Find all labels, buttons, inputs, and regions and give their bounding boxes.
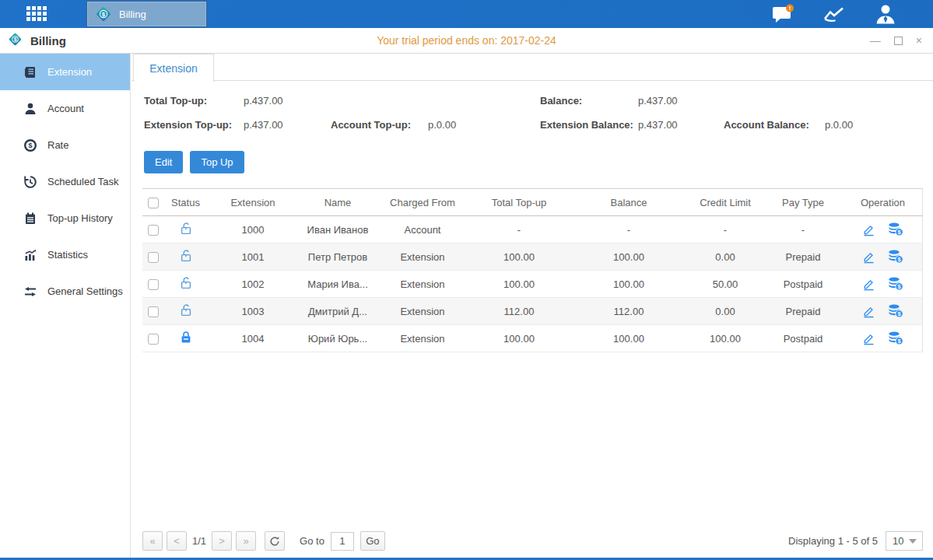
task-tab-billing[interactable]: $ Billing (87, 2, 206, 26)
cell-balance: - (570, 216, 688, 243)
chevron-down-icon (909, 539, 917, 544)
tab-strip: Extension (132, 54, 933, 81)
top-up-button[interactable]: Top Up (190, 151, 244, 173)
goto-page-input[interactable] (331, 532, 354, 551)
sidebar-item-label: Statistics (47, 249, 88, 261)
sidebar-item-label: General Settings (47, 285, 123, 297)
goto-label: Go to (300, 535, 324, 547)
sidebar-item-general-settings[interactable]: General Settings (0, 273, 130, 310)
minimize-button[interactable]: — (870, 35, 881, 46)
message-icon[interactable]: ! (771, 4, 794, 24)
titlebar: $ Billing Your trial period ends on: 201… (0, 28, 933, 54)
table-row: 1002 Мария Ива... Extension 100.00 100.0… (142, 271, 923, 298)
sidebar-item-topup-history[interactable]: Top-up History (0, 200, 130, 236)
topup-row-icon[interactable]: $ (888, 222, 903, 236)
col-status: Status (164, 189, 207, 216)
close-button[interactable]: × (916, 35, 922, 46)
cell-balance: 112.00 (570, 298, 688, 325)
account-icon (23, 102, 37, 116)
tab-extension[interactable]: Extension (133, 54, 214, 82)
table-row: 1003 Дмитрий Д... Extension 112.00 112.0… (142, 298, 923, 325)
edit-row-icon[interactable] (862, 305, 875, 318)
topup-row-icon[interactable]: $ (888, 331, 903, 345)
total-topup-value: p.437.00 (244, 95, 283, 107)
status-unlocked-icon (180, 249, 192, 262)
page-size-select[interactable]: 10 (886, 531, 923, 551)
cell-credit-limit: - (688, 216, 763, 243)
edit-row-icon[interactable] (862, 223, 875, 236)
cell-name: Иван Иванов (299, 216, 377, 243)
sidebar-item-scheduled-task[interactable]: Scheduled Task (0, 163, 130, 200)
refresh-button[interactable] (265, 531, 285, 551)
sidebar-item-account[interactable]: Account (0, 90, 130, 127)
sidebar-item-extension[interactable]: Extension (0, 54, 130, 90)
account-balance-label: Account Balance: (724, 119, 809, 131)
cell-pay-type: Postpaid (763, 271, 844, 298)
task-tab-label: Billing (119, 9, 146, 20)
cell-credit-limit: 0.00 (688, 298, 763, 325)
chart-icon[interactable] (823, 4, 846, 24)
user-icon[interactable] (874, 4, 897, 24)
main-panel: Extension Total Top-up: p.437.00 Balance… (132, 54, 933, 558)
prev-page-button[interactable]: < (167, 531, 187, 551)
status-locked-icon (180, 331, 192, 344)
cell-balance: 100.00 (570, 243, 688, 271)
col-name: Name (299, 189, 377, 216)
edit-button[interactable]: Edit (144, 151, 183, 173)
row-checkbox[interactable] (148, 306, 159, 317)
sidebar-item-statistics[interactable]: Statistics (0, 236, 130, 273)
last-page-button[interactable]: » (236, 531, 256, 551)
row-checkbox[interactable] (148, 334, 159, 345)
topup-row-icon[interactable]: $ (888, 277, 903, 291)
table-header-row: Status Extension Name Charged From Total… (142, 189, 923, 216)
cell-pay-type: - (763, 216, 844, 243)
sidebar-item-label: Rate (47, 139, 68, 151)
row-checkbox[interactable] (148, 279, 159, 290)
cell-charged-from: Extension (377, 243, 468, 271)
cell-total-topup: 100.00 (468, 325, 570, 352)
maximize-button[interactable] (894, 37, 903, 45)
cell-charged-from: Extension (377, 298, 468, 325)
cell-name: Дмитрий Д... (299, 298, 377, 325)
edit-row-icon[interactable] (862, 250, 875, 264)
edit-row-icon[interactable] (862, 278, 875, 291)
status-unlocked-icon (180, 276, 192, 289)
cell-pay-type: Prepaid (763, 298, 844, 325)
app-grid-icon[interactable] (26, 6, 47, 21)
cell-name: Мария Ива... (299, 271, 377, 298)
total-topup-label: Total Top-up: (144, 95, 207, 107)
table-row: 1004 Юрий Юрь... Extension 100.00 100.00… (142, 325, 923, 352)
go-button[interactable]: Go (360, 531, 385, 551)
displaying-text: Displaying 1 - 5 of 5 (788, 535, 878, 547)
row-checkbox[interactable] (148, 252, 159, 263)
edit-row-icon[interactable] (862, 332, 875, 345)
billing-app-window: $ Billing ! (0, 0, 933, 560)
cell-pay-type: Postpaid (763, 325, 844, 352)
extensions-table: Status Extension Name Charged From Total… (142, 188, 923, 352)
sidebar: Extension Account $ Rate Scheduled Task (0, 54, 131, 558)
balance-value: p.437.00 (638, 95, 678, 107)
table-row: 1001 Петр Петров Extension 100.00 100.00… (142, 243, 923, 271)
topup-row-icon[interactable]: $ (888, 250, 903, 264)
select-all-checkbox[interactable] (148, 198, 159, 208)
extension-topup-value: p.437.00 (244, 119, 283, 131)
next-page-button[interactable]: > (212, 531, 232, 551)
cell-extension: 1001 (207, 243, 299, 271)
topbar: $ Billing ! (0, 0, 933, 28)
svg-text:$: $ (102, 11, 106, 18)
col-operation: Operation (844, 189, 923, 216)
svg-text:$: $ (28, 142, 32, 149)
topup-row-icon[interactable]: $ (888, 304, 903, 318)
cell-total-topup: - (468, 216, 570, 243)
first-page-button[interactable]: « (142, 531, 163, 551)
status-unlocked-icon (180, 222, 192, 235)
balance-label: Balance: (540, 95, 582, 107)
cell-credit-limit: 0.00 (688, 243, 763, 271)
account-topup-label: Account Top-up: (331, 119, 411, 131)
col-balance: Balance (570, 189, 688, 216)
row-checkbox[interactable] (148, 225, 159, 236)
cell-extension: 1000 (207, 216, 299, 243)
sidebar-item-rate[interactable]: $ Rate (0, 127, 130, 163)
col-pay-type: Pay Type (763, 189, 844, 216)
sidebar-item-label: Scheduled Task (47, 176, 119, 187)
